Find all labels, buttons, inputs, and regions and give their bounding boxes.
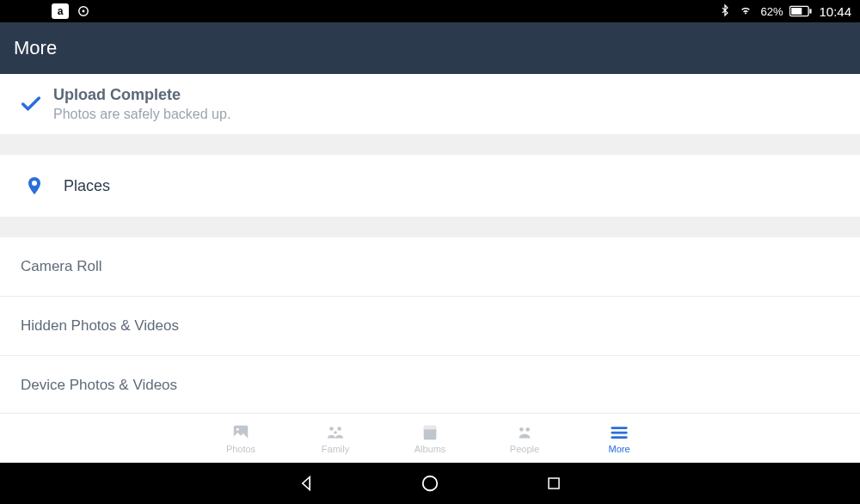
upload-status-row[interactable]: Upload Complete Photos are safely backed… — [0, 74, 860, 134]
list-item-label: Camera Roll — [21, 258, 101, 274]
content-area: Upload Complete Photos are safely backed… — [0, 74, 860, 413]
tab-label: People — [510, 444, 539, 454]
tab-label: Family — [322, 444, 349, 454]
svg-rect-3 — [792, 8, 802, 15]
battery-percent: 62% — [760, 5, 783, 18]
upload-title: Upload Complete — [53, 86, 843, 104]
svg-rect-19 — [549, 478, 559, 489]
bottom-tab-bar: Photos Family Albums People More — [0, 413, 860, 463]
recent-button[interactable] — [544, 473, 564, 494]
svg-point-18 — [423, 476, 438, 491]
android-nav-bar — [0, 463, 860, 504]
tab-albums[interactable]: Albums — [404, 423, 456, 454]
places-label: Places — [64, 177, 110, 195]
app-header: More — [0, 22, 860, 74]
list-item-device[interactable]: Device Photos & Videos — [0, 355, 860, 413]
status-bar: a 62% 10:44 — [0, 0, 860, 22]
wifi-icon — [738, 4, 753, 19]
list-item-label: Device Photos & Videos — [21, 377, 177, 393]
list-item-label: Hidden Photos & Videos — [21, 317, 179, 334]
tab-more[interactable]: More — [593, 423, 645, 454]
back-button[interactable] — [296, 473, 316, 494]
svg-rect-4 — [810, 9, 812, 13]
list-item-camera-roll[interactable]: Camera Roll — [0, 237, 860, 296]
tab-label: More — [608, 444, 630, 454]
tab-photos[interactable]: Photos — [215, 423, 267, 454]
clock: 10:44 — [819, 4, 851, 19]
svg-point-5 — [32, 181, 37, 186]
bluetooth-icon — [719, 3, 731, 20]
tab-label: Photos — [226, 444, 255, 454]
upload-subtitle: Photos are safely backed up. — [53, 107, 843, 122]
list-item-hidden[interactable]: Hidden Photos & Videos — [0, 296, 860, 355]
svg-rect-12 — [424, 425, 437, 429]
svg-point-14 — [525, 427, 530, 432]
svg-point-1 — [83, 10, 85, 13]
tab-family[interactable]: Family — [310, 423, 361, 454]
svg-point-10 — [334, 431, 337, 434]
amazon-icon: a — [52, 3, 69, 19]
tab-label: Albums — [415, 444, 446, 454]
disc-icon — [77, 5, 89, 17]
tab-people[interactable]: People — [499, 423, 550, 454]
check-icon — [17, 92, 45, 116]
svg-point-13 — [519, 427, 524, 432]
battery-icon — [789, 5, 812, 17]
page-title: More — [14, 37, 57, 59]
svg-point-9 — [337, 427, 341, 431]
svg-point-7 — [236, 427, 239, 430]
places-row[interactable]: Places — [0, 155, 860, 217]
svg-point-8 — [329, 427, 334, 431]
home-button[interactable] — [420, 473, 440, 494]
pin-icon — [17, 174, 52, 198]
